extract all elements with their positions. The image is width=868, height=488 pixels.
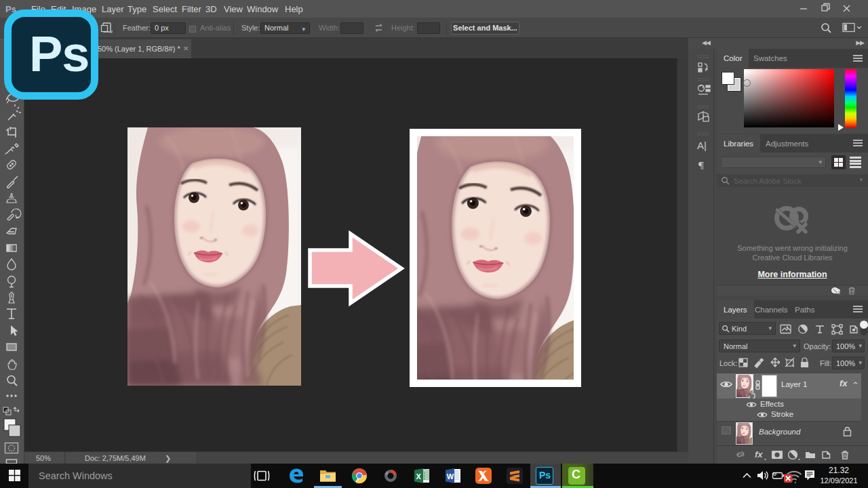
svg-text:W: W — [447, 472, 454, 481]
svg-text:fx: fx — [755, 449, 763, 460]
svg-text:¶: ¶ — [698, 159, 704, 169]
svg-text:A|: A| — [697, 140, 707, 151]
svg-text:X: X — [416, 472, 422, 481]
